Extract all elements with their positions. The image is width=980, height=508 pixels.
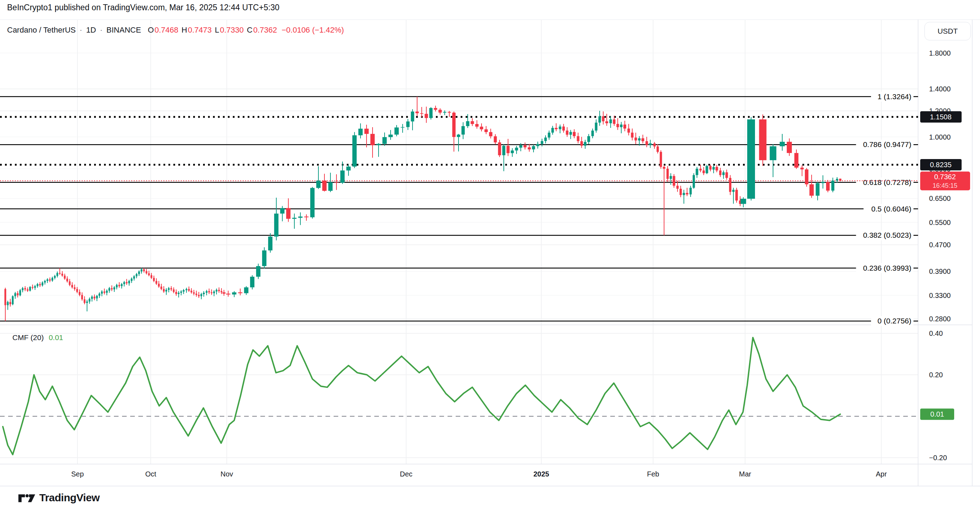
candle-body [150, 275, 152, 278]
candle-body [729, 178, 731, 192]
candle-body [641, 138, 644, 141]
candle-body [135, 274, 137, 276]
candle-body [32, 287, 33, 288]
candle-body [689, 188, 692, 195]
price-axis-label: 1.8000 [929, 49, 951, 57]
candle-body [434, 108, 437, 110]
candle-body [49, 280, 51, 281]
candle-body [213, 292, 215, 293]
price-axis-label: 0.3900 [929, 267, 951, 275]
candle-body [616, 124, 619, 127]
candle-body [725, 172, 728, 178]
candle-body [719, 170, 721, 175]
candle-body [24, 288, 26, 289]
currency-toggle-button[interactable]: USDT [924, 22, 971, 40]
fib-label: 0.618 (0.7278) [863, 178, 912, 186]
candle-body [821, 182, 825, 183]
cmf-axis-label: 0.20 [929, 371, 943, 379]
candle-body [128, 281, 130, 283]
candle-body [61, 274, 63, 276]
candle-body [4, 289, 6, 305]
candle-body [411, 112, 414, 121]
interval-label[interactable]: 1D [86, 26, 96, 35]
candle-body [121, 284, 123, 286]
fib-label: 0.382 (0.5023) [863, 231, 912, 239]
candle-body [226, 294, 230, 294]
time-axis-label: Nov [220, 470, 233, 478]
candle-body [215, 290, 217, 292]
candle-body [22, 288, 23, 290]
fib-label: 0.5 (0.6046) [872, 205, 912, 213]
candle-body [163, 289, 164, 292]
candle-body [660, 152, 662, 167]
candle-body [238, 292, 242, 293]
candle-body [99, 294, 100, 296]
candle-body [523, 145, 527, 147]
price-axis-label: 0.3300 [929, 292, 951, 299]
candle-body [447, 112, 451, 113]
cmf-value-badge-label: 0.01 [931, 410, 944, 418]
candle-body [44, 281, 46, 282]
last-price-badge-value: 0.7362 [934, 173, 956, 181]
candle-body [401, 127, 405, 128]
candle-body [73, 287, 75, 289]
candle-body [787, 142, 792, 153]
candle-body [27, 289, 28, 291]
time-axis-label: Apr [876, 470, 886, 478]
candle-body [133, 276, 135, 278]
candle-body [638, 138, 640, 140]
candle-body [358, 129, 363, 135]
candle-body [406, 121, 409, 127]
candle-body [208, 291, 210, 292]
attribution-text: BeInCrypto1 published on TradingView.com… [7, 3, 280, 13]
candle-body [679, 189, 682, 195]
candle-body [158, 284, 159, 287]
price-chart-canvas[interactable]: 1 (1.3264)0.786 (0.9477)0.618 (0.7278)0.… [0, 19, 980, 508]
candle-body [713, 167, 715, 170]
candle-body [195, 294, 197, 295]
candle-body [703, 170, 705, 173]
indicator-name[interactable]: CMF (20) [13, 333, 44, 342]
candle-body [415, 112, 418, 113]
candle-body [577, 136, 579, 141]
candle-body [484, 129, 487, 132]
candle-body [193, 292, 194, 294]
candle-body [223, 292, 226, 294]
candle-body [627, 129, 630, 133]
candle-body [250, 277, 255, 287]
candle-body [145, 271, 147, 273]
candle-body [693, 175, 695, 188]
candle-body [686, 193, 688, 195]
candle-body [631, 133, 633, 137]
price-axis-label: 1.0000 [929, 133, 951, 141]
candle-body [116, 285, 118, 287]
candle-body [328, 182, 332, 191]
candle-body [503, 146, 506, 155]
tradingview-chart-page: BeInCrypto1 published on TradingView.com… [0, 0, 980, 508]
candle-body [747, 119, 755, 199]
candle-body [794, 153, 799, 168]
symbol-name[interactable]: Cardano / TetherUS [7, 26, 76, 35]
candle-body [346, 166, 351, 170]
candle-body [41, 283, 43, 286]
candle-body [573, 132, 576, 136]
candle-body [268, 236, 272, 251]
candle-body [71, 285, 73, 287]
indicator-legend: CMF (20) 0.01 [13, 333, 63, 342]
candle-body [29, 287, 31, 291]
fib-label: 1 (1.3264) [877, 93, 912, 101]
candle-body [634, 137, 637, 140]
candle-body [826, 182, 830, 190]
candle-body [96, 296, 98, 298]
price-axis-label: 0.5500 [929, 219, 951, 226]
candle-body [657, 146, 659, 152]
time-axis-label: Mar [739, 470, 751, 478]
candle-body [591, 131, 593, 136]
symbol-title-row: Cardano / TetherUS · 1D · BINANCE O 0.74… [7, 26, 344, 35]
candle-body [190, 291, 192, 292]
candle-body [670, 176, 672, 179]
candle-body [298, 216, 302, 218]
tradingview-logo[interactable]: TradingView [18, 490, 100, 505]
candle-body [37, 284, 38, 286]
candle-body [200, 294, 202, 296]
